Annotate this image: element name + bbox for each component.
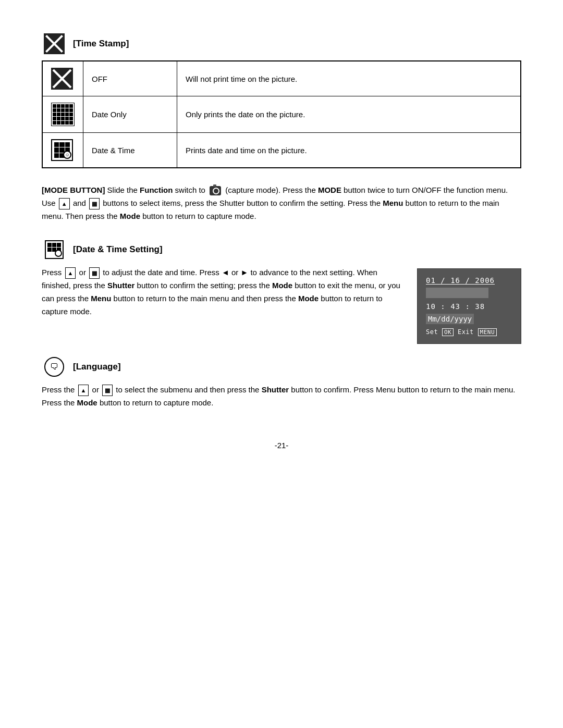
dts-header-icon — [45, 240, 64, 259]
dts-text-3: button to confirm the setting; press the — [137, 281, 272, 290]
dts-up-icon: ▲ — [65, 267, 76, 279]
mode-bold-2: Mode — [120, 212, 140, 220]
dts-shutter-bold: Shutter — [107, 281, 135, 290]
dts-bars-icon: ▦ — [89, 267, 100, 279]
date-only-icon-cell — [42, 96, 83, 133]
dts-mode-bold-2: Mode — [298, 294, 319, 303]
table-row: OFF Will not print time on the picture. — [42, 61, 521, 96]
dts-or-3: or — [378, 281, 385, 290]
face-overlay-icon — [63, 151, 71, 159]
off-x-icon — [51, 68, 73, 90]
off-label: OFF — [83, 61, 177, 96]
mode-text-5: buttons to select items, press the Shutt… — [103, 199, 383, 207]
time-stamp-icon — [42, 31, 67, 56]
display-menu-label: MENU — [478, 328, 497, 336]
up-arrow-icon: ▲ — [59, 198, 70, 209]
display-date: 01 / 16 / 2006 — [426, 276, 512, 285]
lang-mode-bold: Mode — [77, 398, 97, 407]
language-paragraph: Press the ▲ or ▦ to select the submenu a… — [42, 384, 521, 410]
dts-text-6: button to return to the main menu and th… — [114, 294, 298, 303]
bars-button-icon: ▦ — [89, 198, 100, 209]
dts-header-icon-wrap — [42, 237, 67, 262]
mode-button-paragraph: [MODE BUTTON] Slide the Function switch … — [42, 184, 521, 223]
lang-up-icon: ▲ — [78, 385, 89, 396]
date-only-label: Date Only — [83, 96, 177, 133]
mode-text-2: switch to — [175, 186, 208, 194]
display-format: Mm/dd/yyyy — [426, 314, 474, 324]
dts-mode-bold: Mode — [272, 281, 292, 290]
dts-content: Press ▲ or ▦ to adjust the date and time… — [42, 266, 521, 344]
mode-text-3: (capture mode). Press the — [225, 186, 318, 194]
date-time-setting-section: [Date & Time Setting] Press ▲ or ▦ to ad… — [42, 237, 521, 344]
dts-title: [Date & Time Setting] — [73, 244, 163, 255]
dts-or-1: or — [79, 268, 89, 277]
display-set-line: Set OK Exit MENU — [426, 328, 512, 336]
mode-bold: MODE — [318, 186, 341, 194]
grid-icon — [51, 103, 75, 126]
date-time-icon-cell — [42, 133, 83, 168]
lang-bars-icon: ▦ — [102, 385, 113, 396]
display-time: 10 : 43 : 38 — [426, 302, 512, 311]
lang-or-1: or — [92, 385, 102, 394]
dts-menu-bold: Menu — [91, 294, 111, 303]
display-blur — [426, 288, 488, 298]
lang-shutter-bold: Shutter — [262, 385, 289, 394]
language-icon-symbol: 🗨 — [50, 362, 58, 372]
camera-display-panel: 01 / 16 / 2006 10 : 43 : 38 Mm/dd/yyyy S… — [417, 268, 521, 344]
language-icon: 🗨 — [44, 357, 64, 377]
mode-text-1: Slide the — [107, 186, 140, 194]
display-set-label: Set — [426, 328, 438, 336]
display-ok-label: OK — [442, 328, 454, 336]
dts-or-2: or — [231, 268, 238, 277]
language-section: 🗨 [Language] Press the ▲ or ▦ to select … — [42, 354, 521, 410]
date-time-icon — [51, 139, 73, 161]
page-number: -21- — [42, 441, 521, 450]
mode-button-bold: [MODE BUTTON] — [42, 186, 105, 194]
dts-header: [Date & Time Setting] — [42, 237, 521, 262]
language-header: 🗨 [Language] — [42, 354, 521, 379]
time-stamp-title: [Time Stamp] — [73, 39, 129, 49]
camera-mode-icon — [210, 186, 221, 195]
language-icon-wrap: 🗨 — [42, 354, 67, 379]
off-description: Will not print time on the picture. — [177, 61, 521, 96]
lang-text-4: button to return to capture mode. — [100, 398, 213, 407]
display-exit-label: Exit — [458, 328, 474, 336]
menu-bold-1: Menu — [383, 199, 403, 207]
date-time-label: Date & Time — [83, 133, 177, 168]
mode-and-text: and — [73, 199, 88, 207]
dts-text-2: to adjust the date and time. Press ◄ — [103, 268, 231, 277]
time-stamp-header: [Time Stamp] — [42, 31, 521, 56]
mode-text-7: button to return to capture mode. — [142, 212, 256, 220]
display-format-wrap: Mm/dd/yyyy — [426, 314, 512, 328]
dts-text: Press ▲ or ▦ to adjust the date and time… — [42, 266, 401, 318]
off-icon-cell — [42, 61, 83, 96]
dts-press: Press — [42, 268, 64, 277]
dts-paragraph: Press ▲ or ▦ to adjust the date and time… — [42, 266, 401, 318]
date-only-description: Only prints the date on the picture. — [177, 96, 521, 133]
dts-face-icon — [55, 250, 62, 257]
time-stamp-table: OFF Will not print time on the picture. … — [42, 60, 521, 168]
lang-press-text: Press the — [42, 385, 77, 394]
function-bold: Function — [140, 186, 173, 194]
dts-text-4: button to exit the menu, — [295, 281, 378, 290]
lang-text-2: to select the submenu and then press the — [116, 385, 261, 394]
date-time-description: Prints date and time on the picture. — [177, 133, 521, 168]
language-title: [Language] — [73, 362, 121, 372]
table-row: Date Only Only prints the date on the pi… — [42, 96, 521, 133]
table-row: Date & Time Prints date and time on the … — [42, 133, 521, 168]
